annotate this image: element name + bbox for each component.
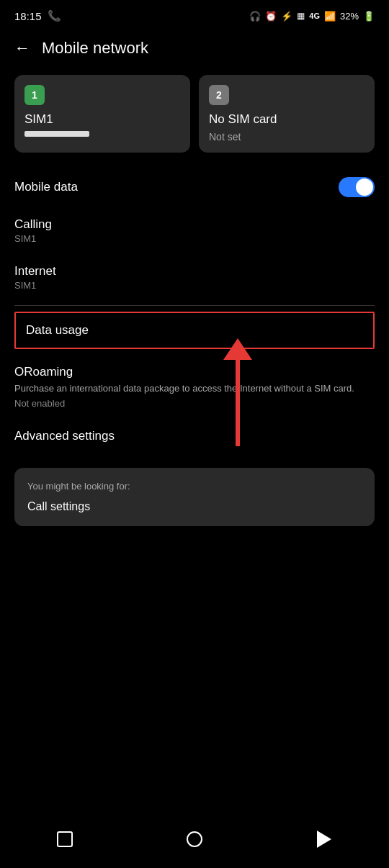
back-button[interactable]: ←: [14, 39, 30, 58]
data-usage-row[interactable]: Data usage: [14, 312, 375, 349]
wifi-icon: ▦: [297, 11, 305, 21]
status-left: 18:15 📞: [14, 9, 61, 22]
sim2-name: No SIM card: [209, 112, 365, 127]
triangle-icon: [317, 831, 331, 848]
calling-label: Calling: [14, 217, 52, 232]
internet-sub: SIM1: [14, 280, 56, 291]
signal-4g-icon: 4G: [309, 12, 320, 20]
recent-apps-button[interactable]: [47, 825, 83, 854]
status-right: 🎧 ⏰ ⚡ ▦ 4G 📶 32% 🔋: [249, 11, 375, 22]
mobile-data-label: Mobile data: [14, 180, 78, 194]
sim-cards-container: 1 SIM1 2 No SIM card Not set: [0, 68, 389, 167]
suggestion-box: You might be looking for: Call settings: [14, 468, 375, 526]
calling-info: Calling SIM1: [14, 217, 52, 244]
mobile-data-section: Mobile data Calling SIM1 Internet SIM1: [0, 167, 389, 301]
oroaming-desc: Purchase an international data package t…: [14, 382, 375, 395]
oroaming-title: ORoaming: [14, 365, 375, 379]
signal-bars-icon: 📶: [324, 11, 336, 22]
home-button[interactable]: [176, 825, 213, 854]
battery-percent: 32%: [340, 11, 359, 22]
phone-icon: 📞: [48, 9, 61, 22]
sim2-badge: 2: [209, 85, 229, 105]
square-icon: [57, 831, 73, 847]
sim1-card[interactable]: 1 SIM1: [14, 75, 190, 153]
calling-row[interactable]: Calling SIM1: [14, 207, 375, 254]
battery-icon: 🔋: [363, 11, 375, 22]
internet-label: Internet: [14, 264, 56, 279]
mobile-data-toggle[interactable]: [339, 177, 375, 197]
call-settings-item[interactable]: Call settings: [27, 500, 362, 513]
advanced-settings-row[interactable]: Advanced settings: [0, 419, 389, 453]
section-divider: [14, 305, 375, 306]
alarm-icon: ⏰: [265, 11, 277, 22]
toggle-knob: [356, 178, 373, 196]
back-nav-button[interactable]: [306, 825, 342, 854]
time: 18:15: [14, 10, 42, 22]
circle-icon: [187, 831, 202, 847]
status-bar: 18:15 📞 🎧 ⏰ ⚡ ▦ 4G 📶 32% 🔋: [0, 0, 389, 29]
calling-sub: SIM1: [14, 233, 52, 244]
advanced-settings-label: Advanced settings: [14, 429, 375, 443]
internet-row[interactable]: Internet SIM1: [14, 254, 375, 301]
suggestion-hint: You might be looking for:: [27, 481, 362, 492]
internet-info: Internet SIM1: [14, 264, 56, 291]
data-usage-label: Data usage: [26, 323, 363, 338]
sim1-name: SIM1: [24, 112, 180, 127]
mobile-data-row[interactable]: Mobile data: [14, 167, 375, 207]
bluetooth-icon: ⚡: [281, 11, 292, 22]
headphone-icon: 🎧: [249, 11, 261, 22]
oroaming-status: Not enabled: [14, 398, 375, 409]
sim2-status: Not set: [209, 131, 365, 143]
sim1-badge: 1: [24, 85, 45, 105]
sim1-bar: [24, 131, 89, 137]
page-header: ← Mobile network: [0, 29, 389, 68]
sim2-card[interactable]: 2 No SIM card Not set: [199, 75, 375, 153]
nav-bar: [0, 818, 389, 868]
page-title: Mobile network: [42, 39, 148, 58]
oroaming-section[interactable]: ORoaming Purchase an international data …: [0, 355, 389, 419]
